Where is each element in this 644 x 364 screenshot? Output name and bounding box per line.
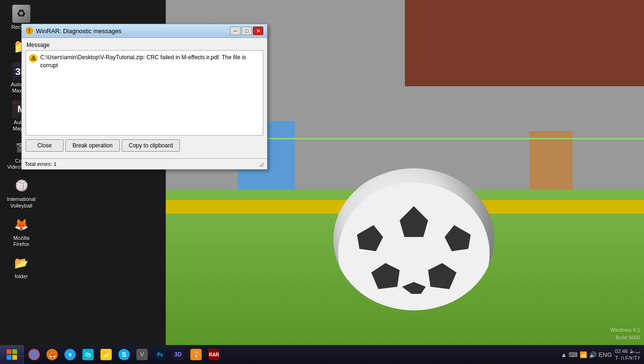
win-square-red: [7, 349, 11, 354]
soccer-ball: [333, 168, 494, 310]
lang-indicator[interactable]: ENG: [599, 351, 612, 358]
win-square-green: [12, 349, 17, 354]
taskbar-ps[interactable]: Ps: [152, 346, 169, 363]
close-button[interactable]: Close: [26, 139, 63, 152]
paint-icon: 🎨: [190, 349, 202, 360]
dialog-title-left: ! WinRAR: Diagnostic messages: [26, 27, 122, 35]
taskbar-skype[interactable]: S: [116, 346, 133, 363]
rar-icon: RAR: [208, 349, 220, 360]
skype-icon: S: [118, 349, 130, 360]
ie-icon: e: [64, 349, 76, 360]
restore-button[interactable]: □: [242, 27, 252, 35]
folder2-label: folder: [15, 273, 28, 280]
desktop-icon-volleyball[interactable]: 🏐 InternationalVolleyball: [2, 174, 40, 210]
win-square-yellow: [12, 355, 17, 360]
dialog-content: Message ⚠ C:\Users\amin\Desktop\V-RayTut…: [22, 38, 267, 158]
taskbar-right: ▲ ⌨ 📶 🔊 ENG 02:46 ب.ظ T۰/۱F/۷/T۶: [561, 348, 644, 362]
desktop-icon-folder2[interactable]: 📂 folder: [2, 252, 40, 282]
start-button[interactable]: [0, 345, 24, 364]
resize-grip: ⊿: [259, 160, 264, 168]
tray-sound-icon: 🔊: [589, 351, 597, 358]
dialog-buttons: Close Break operation Copy to clipboard: [26, 136, 263, 155]
windows-version: Windows 8.1: [610, 327, 640, 334]
dialog-title-buttons: ─ □ ✕: [230, 27, 263, 35]
taskbar-vector[interactable]: V: [134, 346, 151, 363]
start-icon: [7, 349, 17, 360]
tray-keyboard-icon: ⌨: [569, 351, 578, 358]
warn-icon: ⚠: [29, 54, 37, 63]
close-title-button[interactable]: ✕: [253, 27, 263, 35]
windows-build: Build 9600: [610, 334, 640, 341]
3d-icon: 3D: [172, 349, 184, 360]
dialog-titlebar: ! WinRAR: Diagnostic messages ─ □ ✕: [22, 24, 267, 38]
dialog-title-text: WinRAR: Diagnostic messages: [36, 27, 122, 35]
tray-arrow-icon[interactable]: ▲: [561, 351, 567, 358]
clock-area[interactable]: 02:46 ب.ظ T۰/۱F/۷/T۶: [615, 348, 640, 362]
taskbar-icons: 🦊 e 🛍 📁 S V Ps 3D 🎨: [24, 346, 224, 363]
roof: [405, 0, 644, 86]
win-square-blue: [7, 355, 11, 360]
store-icon: 🛍: [82, 349, 94, 360]
taskbar-rar[interactable]: RAR: [206, 346, 223, 363]
error-message-text: C:\Users\amin\Desktop\V-RayTutorial.zip:…: [40, 54, 260, 70]
volleyball-icon: 🏐: [12, 176, 31, 195]
status-bar: Total errors: 1 ⊿: [22, 158, 267, 169]
clock-time: 02:46 ب.ظ: [615, 348, 640, 355]
taskbar-store[interactable]: 🛍: [80, 346, 97, 363]
chrome-icon: [28, 349, 40, 360]
tray-network-icon: 📶: [580, 351, 587, 358]
firefox-label: MozillaFirefox: [13, 235, 29, 247]
taskbar-3d[interactable]: 3D: [170, 346, 187, 363]
taskbar: 🦊 e 🛍 📁 S V Ps 3D 🎨: [0, 345, 644, 364]
system-tray: ▲ ⌨ 📶 🔊 ENG: [561, 351, 612, 358]
desktop-icon-firefox[interactable]: 🦊 MozillaFirefox: [2, 213, 40, 249]
explorer-icon: 📁: [100, 349, 112, 360]
folder2-icon: 📂: [12, 254, 31, 273]
ps-icon: Ps: [154, 349, 166, 360]
taskbar-explorer[interactable]: 📁: [98, 346, 115, 363]
vector-icon: V: [136, 349, 148, 360]
taskbar-ie[interactable]: e: [62, 346, 79, 363]
windows-info: Windows 8.1 Build 9600: [610, 327, 640, 341]
message-box: ⚠ C:\Users\amin\Desktop\V-RayTutorial.zi…: [26, 50, 263, 136]
copy-clipboard-button[interactable]: Copy to clipboard: [122, 139, 180, 152]
desktop: ♻ Recycl... 📁 3D Autode...Max 2... M Aut…: [0, 0, 644, 364]
break-operation-button[interactable]: Break operation: [65, 139, 120, 152]
dialog-warning-icon: !: [26, 27, 33, 35]
firefox-taskbar-icon: 🦊: [46, 349, 58, 360]
taskbar-paint[interactable]: 🎨: [188, 346, 205, 363]
recycle-bin-icon: ♻: [12, 4, 31, 23]
volleyball-label: InternationalVolleyball: [7, 196, 36, 209]
total-errors-text: Total errors: 1: [25, 161, 56, 167]
minimize-button[interactable]: ─: [230, 27, 241, 35]
taskbar-firefox[interactable]: 🦊: [44, 346, 61, 363]
message-label: Message: [26, 42, 263, 48]
taskbar-chrome[interactable]: [26, 346, 43, 363]
firefox-icon: 🦊: [12, 215, 31, 234]
winrar-dialog: ! WinRAR: Diagnostic messages ─ □ ✕ Mess…: [21, 24, 268, 170]
clock-date: T۰/۱F/۷/T۶: [615, 355, 640, 361]
